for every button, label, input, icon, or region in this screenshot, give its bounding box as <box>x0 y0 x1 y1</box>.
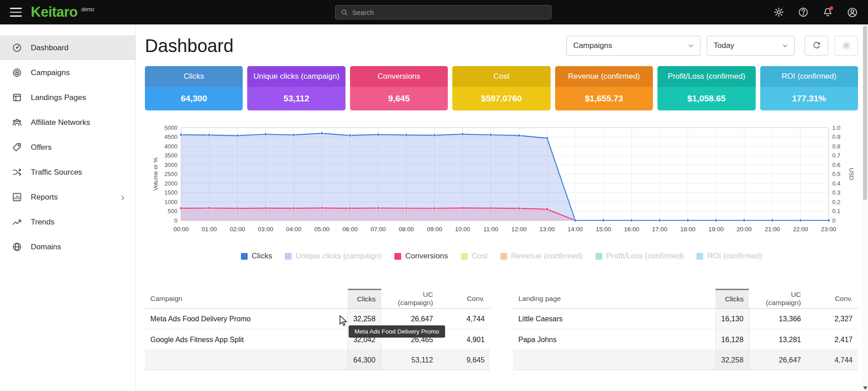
sidebar-item-label: Traffic Sources <box>31 168 82 177</box>
svg-text:17:00: 17:00 <box>652 226 667 233</box>
table-cell: 4,901 <box>438 329 490 350</box>
metric-card-roi[interactable]: ROI (confirmed)177.31% <box>760 66 858 110</box>
refresh-icon <box>812 41 821 51</box>
svg-text:3500: 3500 <box>164 152 177 159</box>
sidebar-item-affiliate-networks[interactable]: Affiliate Networks <box>0 110 135 135</box>
sidebar: DashboardCampaignsLandings PagesAffiliat… <box>0 24 136 391</box>
logo[interactable]: Keitaro demo <box>31 4 94 20</box>
col-header-campaign[interactable]: Campaign <box>145 290 348 309</box>
traffic-chart[interactable]: 005000.110000.215000.320000.425000.53000… <box>145 124 858 240</box>
svg-text:00:00: 00:00 <box>173 226 189 233</box>
page-title: Dashboard <box>145 36 234 56</box>
menu-icon[interactable] <box>10 8 22 17</box>
search-icon <box>340 9 348 16</box>
refresh-button[interactable] <box>805 36 828 56</box>
chevron-right-icon: › <box>121 192 125 203</box>
col-header-conv[interactable]: Conv. <box>806 290 858 309</box>
legend-item-revenue-confirmed[interactable]: Revenue (confirmed) <box>500 252 583 261</box>
metric-label: Revenue (confirmed) <box>555 66 653 87</box>
totals-cell: 53,112 <box>381 350 439 370</box>
legend-label: Clicks <box>252 252 272 261</box>
legend-item-cost[interactable]: Cost <box>461 252 488 261</box>
svg-text:1.0: 1.0 <box>832 124 840 131</box>
svg-text:03:00: 03:00 <box>258 226 273 233</box>
metric-card-cost[interactable]: Cost$597.0760 <box>452 66 550 110</box>
chevron-down-icon <box>782 42 789 49</box>
table-cell: Meta Ads Food Delivery Promo <box>145 309 348 329</box>
demo-badge: demo <box>81 6 94 13</box>
sidebar-item-reports[interactable]: Reports› <box>0 185 135 210</box>
svg-text:15:00: 15:00 <box>596 226 611 233</box>
sidebar-item-domains[interactable]: Domains <box>0 234 135 259</box>
landing-pages-table-wrap: Landing pageClicksUC (campaign)Conv.Litt… <box>513 289 858 370</box>
sidebar-item-label: Dashboard <box>31 43 68 52</box>
metric-value: 9,645 <box>350 87 448 110</box>
legend-item-unique-clicks-campaign[interactable]: Unique clicks (campaign) <box>285 252 382 261</box>
table-row[interactable]: Little Caesars16,13013,3662,327 <box>513 309 858 329</box>
sidebar-item-label: Landings Pages <box>31 93 86 102</box>
target-icon <box>12 67 23 78</box>
sidebar-item-dashboard[interactable]: Dashboard <box>0 35 135 60</box>
metric-card-unique-clicks[interactable]: Unique clicks (campaign)53,112 <box>247 66 345 110</box>
table-cell: 13,366 <box>749 309 806 329</box>
svg-text:0.3: 0.3 <box>832 189 840 196</box>
svg-text:10:00: 10:00 <box>455 226 470 233</box>
svg-text:1500: 1500 <box>164 189 177 196</box>
legend-item-conversions[interactable]: Conversions <box>394 252 448 261</box>
sidebar-item-label: Offers <box>31 143 52 152</box>
legend-item-clicks[interactable]: Clicks <box>241 252 272 261</box>
svg-text:04:00: 04:00 <box>286 226 302 233</box>
metric-value: $597.0760 <box>452 87 550 110</box>
totals-cell <box>145 350 348 370</box>
sidebar-item-landings[interactable]: Landings Pages <box>0 85 135 110</box>
col-header-uc-campaign[interactable]: UC (campaign) <box>749 290 806 309</box>
grouping-select[interactable]: Campaigns <box>566 36 700 56</box>
totals-cell: 64,300 <box>348 350 381 370</box>
sidebar-item-label: Affiliate Networks <box>31 118 90 127</box>
legend-label: Conversions <box>405 252 448 261</box>
metric-label: Clicks <box>145 66 243 87</box>
legend-item-roi-confirmed[interactable]: ROI (confirmed) <box>696 252 762 261</box>
user-account-icon[interactable] <box>846 6 858 18</box>
bell-icon[interactable] <box>822 6 834 18</box>
search-input[interactable] <box>352 9 546 16</box>
scrollbar-thumb[interactable] <box>863 26 867 200</box>
col-header-clicks[interactable]: Clicks <box>715 290 749 309</box>
col-header-landing-page[interactable]: Landing page <box>513 290 716 309</box>
gear-icon[interactable] <box>773 6 785 18</box>
legend-item-profit-loss-confirmed[interactable]: Profit/Loss (confirmed) <box>595 252 684 261</box>
metric-card-profit-loss[interactable]: Profit/Loss (confirmed)$1,058.65 <box>657 66 755 110</box>
svg-text:500: 500 <box>168 208 177 215</box>
help-icon[interactable] <box>797 6 809 18</box>
col-header-clicks[interactable]: Clicks <box>348 290 381 309</box>
metric-card-conversions[interactable]: Conversions9,645 <box>350 66 448 110</box>
scroll-down-arrow[interactable] <box>862 386 868 390</box>
metric-label: Unique clicks (campaign) <box>247 66 345 87</box>
sidebar-item-trends[interactable]: Trends <box>0 210 135 234</box>
hover-tooltip: Meta Ads Food Delivery Promo <box>349 325 445 338</box>
svg-text:08:00: 08:00 <box>398 226 414 233</box>
metric-value: $1,058.65 <box>657 87 755 110</box>
metric-card-revenue[interactable]: Revenue (confirmed)$1,655.73 <box>555 66 653 110</box>
svg-text:2500: 2500 <box>164 171 177 177</box>
metric-cards: Clicks64,300Unique clicks (campaign)53,1… <box>145 66 858 110</box>
svg-text:11:00: 11:00 <box>484 226 499 233</box>
sidebar-item-offers[interactable]: Offers <box>0 135 135 160</box>
metric-card-clicks[interactable]: Clicks64,300 <box>145 66 243 110</box>
chart-settings-button[interactable] <box>834 36 858 56</box>
col-header-conv[interactable]: Conv. <box>438 290 490 309</box>
svg-text:0.5: 0.5 <box>832 171 840 177</box>
mouse-cursor <box>339 315 349 328</box>
table-cell: 16,128 <box>715 329 749 350</box>
logo-text: Keitaro <box>31 4 77 20</box>
legend-swatch <box>595 253 602 260</box>
table-row[interactable]: Papa Johns16,12813,2812,417 <box>513 329 858 350</box>
col-header-uc-campaign[interactable]: UC (campaign) <box>381 290 439 309</box>
svg-text:0.1: 0.1 <box>832 208 840 215</box>
metric-value: 177.31% <box>760 87 858 110</box>
date-range-select[interactable]: Today <box>707 36 795 56</box>
svg-text:4000: 4000 <box>164 143 177 150</box>
sidebar-item-traffic-sources[interactable]: Traffic Sources <box>0 160 135 185</box>
sidebar-item-campaigns[interactable]: Campaigns <box>0 60 135 85</box>
svg-text:18:00: 18:00 <box>680 226 695 233</box>
